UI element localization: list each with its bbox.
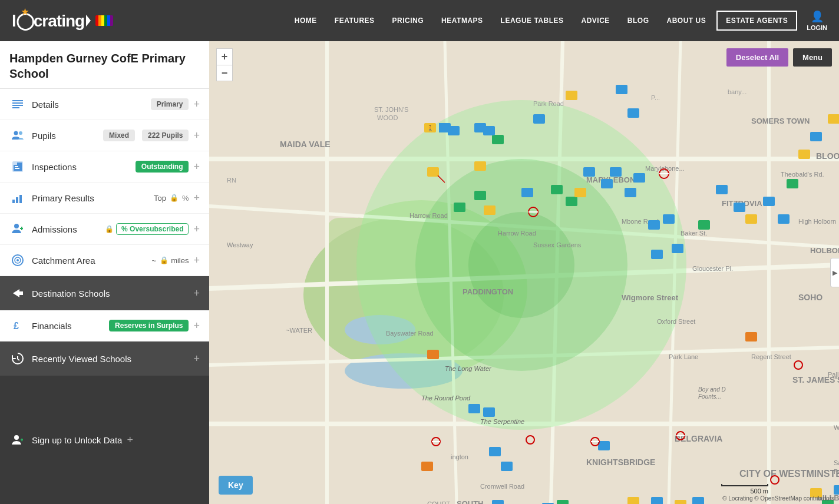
svg-rect-111 [583,167,595,177]
svg-rect-110 [574,188,586,197]
svg-rect-120 [698,220,710,230]
svg-text:COURT: COURT [427,500,450,504]
svg-rect-160 [598,441,610,450]
svg-text:HOLBORN: HOLBORN [810,246,839,255]
sidebar-item-primary-results[interactable]: Primary Results Top 🔒 % + [0,183,209,214]
catchment-tilde: ~ [152,256,157,265]
recently-viewed-icon [9,350,26,367]
svg-text:P...: P... [651,94,660,101]
map-right-arrow[interactable]: ▶ [830,258,839,287]
svg-text:Harrow Road: Harrow Road [409,212,448,219]
sidebar-item-pupils[interactable]: Pupils Mixed 222 Pupils + [0,120,209,151]
catchment-expand[interactable]: + [193,254,200,267]
pupils-expand[interactable]: + [193,130,200,142]
svg-line-21 [18,359,19,360]
nav-about-us[interactable]: ABOUT US [660,12,714,29]
logo-arrow [86,15,91,26]
main-content: Hampden Gurney CofE Primary School Detai… [0,41,839,504]
recently-viewed-expand[interactable]: + [193,353,200,365]
inspections-expand[interactable]: + [193,161,200,173]
financials-expand[interactable]: + [193,320,200,332]
zoom-out-button[interactable]: − [216,65,233,81]
sidebar-item-signup[interactable]: Sign up to Unlock Data + [0,376,209,504]
svg-rect-104 [454,203,465,212]
svg-text:The Long Water: The Long Water [445,365,492,372]
destination-icon [9,285,26,301]
nav-league-tables[interactable]: LEAGUE TABLES [494,12,571,29]
financials-label: Financials [32,321,104,331]
key-button[interactable]: Key [219,476,253,495]
destination-expand[interactable]: + [193,287,200,300]
login-button[interactable]: 👤 LOGIN [807,10,827,31]
inspections-label: Inspections [32,162,131,172]
login-label: LOGIN [807,24,827,31]
svg-rect-126 [787,179,798,188]
svg-text:Wigmore Street: Wigmore Street [622,293,679,302]
sidebar-item-inspections[interactable]: Inspections Outstanding + [0,151,209,183]
svg-rect-152 [489,447,501,456]
svg-rect-109 [566,197,577,206]
logo[interactable]: l◯★crating [12,11,113,31]
svg-text:Marylebone...: Marylebone... [645,165,685,172]
map-overlay-buttons: Deselect All Menu [726,48,832,67]
inspections-icon [9,158,26,175]
svg-rect-125 [778,214,790,224]
svg-text:Regent Street: Regent Street [751,353,791,360]
svg-rect-124 [763,197,775,206]
pride-flag [95,15,113,26]
inspections-badge: Outstanding [136,161,189,173]
nav-home[interactable]: HOME [288,12,324,29]
svg-rect-180 [468,404,480,413]
svg-rect-165 [692,497,704,504]
svg-rect-121 [716,185,728,194]
map-container[interactable]: + − Deselect All Menu [209,41,839,504]
svg-rect-4 [12,107,19,108]
menu-button[interactable]: Menu [793,48,832,67]
deselect-all-button[interactable]: Deselect All [726,48,788,67]
sidebar-item-financials[interactable]: £ Financials Reserves in Surplus + [0,310,209,341]
nav-features[interactable]: FEATURES [328,12,382,29]
svg-text:Sussex Gardens: Sussex Gardens [533,241,582,248]
svg-rect-114 [625,188,636,197]
svg-text:KNIGHTSBRIDGE: KNIGHTSBRIDGE [586,457,655,467]
sidebar-item-details[interactable]: Details Primary + [0,89,209,120]
sidebar-item-catchment[interactable]: Catchment Area ~ 🔒 miles + [0,245,209,276]
map-svg: MAIDA VALE RN ST. JOHN'S WOOD Park Road … [209,41,839,504]
svg-rect-169 [834,485,839,495]
svg-point-43 [468,212,574,318]
svg-text:Park Lane: Park Lane [669,353,698,360]
svg-rect-127 [798,150,810,159]
svg-text:Pall Mall: Pall Mall [828,371,839,378]
financials-icon: £ [9,317,26,334]
nav-advice[interactable]: ADVICE [574,12,617,29]
svg-rect-102 [627,108,639,118]
sidebar-item-destination[interactable]: Destination Schools + [0,276,209,310]
svg-rect-146 [421,462,433,471]
estate-agents-button[interactable]: ESTATE AGENTS [716,11,797,31]
svg-rect-164 [675,500,686,504]
sidebar-item-admissions[interactable]: Admissions 🔒 % Oversubscribed + [0,214,209,245]
svg-text:MAIDA VALE: MAIDA VALE [280,140,331,149]
admissions-lock: 🔒 [105,225,114,233]
primary-results-expand[interactable]: + [193,192,200,204]
svg-text:Harrow Road: Harrow Road [498,230,536,237]
svg-marker-0 [86,15,91,26]
signup-label: Sign up to Unlock Data [32,435,122,445]
svg-text:WOOD: WOOD [377,114,398,121]
svg-rect-8 [15,166,18,167]
recently-viewed-label: Recently Viewed Schools [32,354,189,364]
nav-heatmaps[interactable]: HEATMAPS [434,12,490,29]
details-expand[interactable]: + [193,98,200,111]
nav-blog[interactable]: BLOG [620,12,656,29]
svg-rect-154 [492,500,504,504]
svg-rect-129 [828,114,839,124]
svg-rect-122 [734,203,745,212]
zoom-in-button[interactable]: + [216,48,233,65]
financials-badge: Reserves in Surplus [109,320,189,331]
admissions-expand[interactable]: + [193,223,200,236]
svg-text:The Serpentine: The Serpentine [480,418,524,425]
nav-pricing[interactable]: PRICING [385,12,431,29]
svg-point-22 [14,435,19,440]
sidebar-item-recently-viewed[interactable]: Recently Viewed Schools + [0,341,209,376]
signup-expand[interactable]: + [127,434,133,446]
